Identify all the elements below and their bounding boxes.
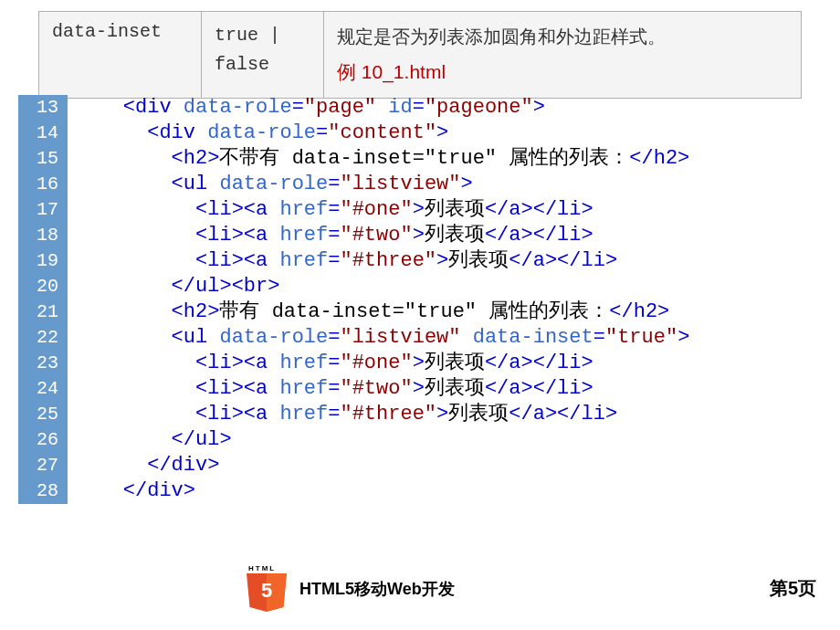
code-line: 14 <div data-role="content"> xyxy=(18,121,822,146)
page-number: 第5页 xyxy=(770,576,816,601)
code-source: </ul> xyxy=(68,427,232,453)
code-source: <div data-role="content"> xyxy=(68,121,448,146)
description-text: 规定是否为列表添加圆角和外边距样式。 xyxy=(337,26,666,47)
line-number: 15 xyxy=(18,146,68,172)
code-source: <li><a href="#three">列表项</a></li> xyxy=(68,402,617,427)
html5-logo-label: HTML xyxy=(248,564,276,572)
attr-values-cell: true | false xyxy=(202,12,324,99)
code-line: 18 <li><a href="#two">列表项</a></li> xyxy=(18,223,822,248)
code-line: 21 <h2>带有 data-inset="true" 属性的列表：</h2> xyxy=(18,299,822,325)
code-line: 19 <li><a href="#three">列表项</a></li> xyxy=(18,248,822,274)
code-source: </div> xyxy=(68,453,219,478)
example-link: 例 10_1.html xyxy=(337,56,788,89)
attr-name-cell: data-inset xyxy=(39,12,202,99)
html5-logo-icon: HTML 5 xyxy=(247,566,287,612)
code-line: 23 <li><a href="#one">列表项</a></li> xyxy=(18,351,822,376)
line-number: 26 xyxy=(18,427,68,453)
code-source: <li><a href="#one">列表项</a></li> xyxy=(68,351,593,376)
attribute-table: data-inset true | false 规定是否为列表添加圆角和外边距样… xyxy=(38,11,802,99)
line-number: 28 xyxy=(18,478,68,504)
html5-logo-number: 5 xyxy=(247,579,287,603)
line-number: 19 xyxy=(18,248,68,274)
value-true: true | xyxy=(215,21,310,50)
code-line: 17 <li><a href="#one">列表项</a></li> xyxy=(18,197,822,223)
code-line: 20 </ul><br> xyxy=(18,274,822,299)
code-line: 15 <h2>不带有 data-inset="true" 属性的列表：</h2> xyxy=(18,146,822,172)
line-number: 18 xyxy=(18,223,68,248)
code-source: </ul><br> xyxy=(68,274,279,299)
line-number: 16 xyxy=(18,172,68,197)
code-line: 27 </div> xyxy=(18,453,822,478)
code-line: 16 <ul data-role="listview"> xyxy=(18,172,822,197)
code-source: <li><a href="#one">列表项</a></li> xyxy=(68,197,593,223)
footer-title: HTML5移动Web开发 xyxy=(299,578,455,600)
code-line: 25 <li><a href="#three">列表项</a></li> xyxy=(18,402,822,427)
line-number: 24 xyxy=(18,376,68,402)
code-line: 24 <li><a href="#two">列表项</a></li> xyxy=(18,376,822,402)
line-number: 17 xyxy=(18,197,68,223)
line-number: 14 xyxy=(18,121,68,146)
line-number: 27 xyxy=(18,453,68,478)
line-number: 20 xyxy=(18,274,68,299)
footer-logo-group: HTML 5 HTML5移动Web开发 xyxy=(247,566,455,612)
code-source: <ul data-role="listview"> xyxy=(68,172,473,197)
code-source: <h2>带有 data-inset="true" 属性的列表：</h2> xyxy=(68,299,669,325)
code-line: 28 </div> xyxy=(18,478,822,504)
code-source: <ul data-role="listview" data-inset="tru… xyxy=(68,325,689,351)
line-number: 21 xyxy=(18,299,68,325)
value-false: false xyxy=(215,50,310,79)
code-source: <li><a href="#two">列表项</a></li> xyxy=(68,376,593,402)
code-source: </div> xyxy=(68,478,195,504)
code-source: <h2>不带有 data-inset="true" 属性的列表：</h2> xyxy=(68,146,689,172)
line-number: 22 xyxy=(18,325,68,351)
code-listing: 13 <div data-role="page" id="pageone">14… xyxy=(18,95,822,504)
line-number: 23 xyxy=(18,351,68,376)
code-line: 26 </ul> xyxy=(18,427,822,453)
line-number: 13 xyxy=(18,95,68,121)
attr-desc-cell: 规定是否为列表添加圆角和外边距样式。 例 10_1.html xyxy=(324,12,802,99)
line-number: 25 xyxy=(18,402,68,427)
code-line: 22 <ul data-role="listview" data-inset="… xyxy=(18,325,822,351)
code-line: 13 <div data-role="page" id="pageone"> xyxy=(18,95,822,121)
table-row: data-inset true | false 规定是否为列表添加圆角和外边距样… xyxy=(39,12,802,99)
code-source: <li><a href="#three">列表项</a></li> xyxy=(68,248,617,274)
code-source: <div data-role="page" id="pageone"> xyxy=(68,95,545,121)
code-source: <li><a href="#two">列表项</a></li> xyxy=(68,223,593,248)
